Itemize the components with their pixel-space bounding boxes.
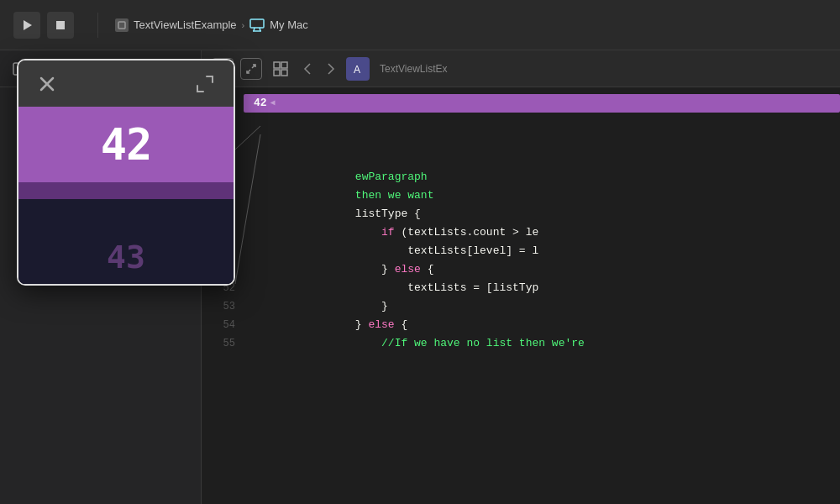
code-line-52: textLists = [listTyp <box>250 279 840 297</box>
next-button[interactable] <box>323 57 339 81</box>
mini-number: 42 <box>101 119 152 170</box>
line-num-55: 55 <box>202 334 235 353</box>
then-we-want: then we want <box>355 186 434 205</box>
code-content[interactable]: 42 ◀ ewParagraph then we want listTy <box>244 87 840 504</box>
mini-expand-button[interactable] <box>190 69 220 99</box>
svg-rect-13 <box>274 62 280 68</box>
grid-view-button[interactable] <box>269 57 292 81</box>
line-42-content: 42 <box>250 94 267 113</box>
mini-close-button[interactable] <box>32 69 62 99</box>
breadcrumb-arrow: › <box>242 20 245 30</box>
editor-toolbar: ✕ <box>202 50 840 87</box>
svg-rect-1 <box>56 21 65 29</box>
line-num-53: 53 <box>202 297 235 316</box>
mini-row-42: 42 <box>18 107 234 182</box>
prev-button[interactable] <box>299 57 316 81</box>
monitor-icon <box>249 18 265 32</box>
svg-text:A: A <box>354 64 360 76</box>
line-48-content: listType { <box>355 205 421 223</box>
file-breadcrumb: TextViewListEx <box>380 63 447 75</box>
svg-rect-14 <box>281 62 287 68</box>
run-button[interactable] <box>13 12 40 39</box>
code-area: 42 43 44 45 46 47 48 49 50 51 52 53 54 5… <box>202 87 840 504</box>
line-42-arrow: ◀ <box>270 94 276 113</box>
titlebar: TextViewListExample › My Mac <box>0 0 840 50</box>
code-line-48: listType { <box>250 205 840 223</box>
svg-marker-0 <box>24 20 32 30</box>
code-line-53: } <box>250 297 840 316</box>
mini-preview-popup: 42 43 <box>17 59 235 286</box>
titlebar-separator <box>97 13 98 38</box>
file-icon-button[interactable]: A <box>346 57 370 81</box>
svg-rect-16 <box>281 70 287 76</box>
mini-preview-content: 42 43 <box>18 107 234 284</box>
mini-faded-number: 43 <box>107 239 145 276</box>
code-line-49: if (textLists.count > le <box>250 223 840 242</box>
code-line-45 <box>250 150 840 168</box>
expand-preview-button[interactable] <box>240 58 262 80</box>
code-line-42: 42 ◀ <box>250 94 840 113</box>
project-name: TextViewListExample <box>134 18 237 31</box>
line-num-54: 54 <box>202 316 235 334</box>
code-line-54: } else { <box>250 316 840 334</box>
mini-preview-header <box>18 60 234 107</box>
mini-bottom-area: 43 <box>18 207 234 284</box>
stop-button[interactable] <box>47 12 74 39</box>
code-line-47: then we want <box>250 186 840 205</box>
code-line-50: textLists[level] = l <box>250 242 840 260</box>
line-46-text: ewParagraph <box>250 168 428 186</box>
svg-rect-2 <box>118 22 125 29</box>
svg-rect-3 <box>250 19 264 28</box>
titlebar-controls <box>13 12 74 39</box>
code-line-51: } else { <box>250 260 840 279</box>
code-line-46: ewParagraph <box>250 168 840 186</box>
editor-area: ✕ <box>202 50 840 504</box>
code-line-43 <box>250 113 840 131</box>
code-line-55: //If we have no list then we're <box>250 334 840 353</box>
project-icon <box>115 18 129 32</box>
code-line-44 <box>250 131 840 150</box>
line-55-comment: //If we have no list then we're <box>381 334 585 353</box>
svg-rect-15 <box>274 70 280 76</box>
mini-row-light-purple <box>18 182 234 199</box>
location-name: My Mac <box>270 18 308 31</box>
breadcrumb: TextViewListExample › My Mac <box>115 18 308 32</box>
